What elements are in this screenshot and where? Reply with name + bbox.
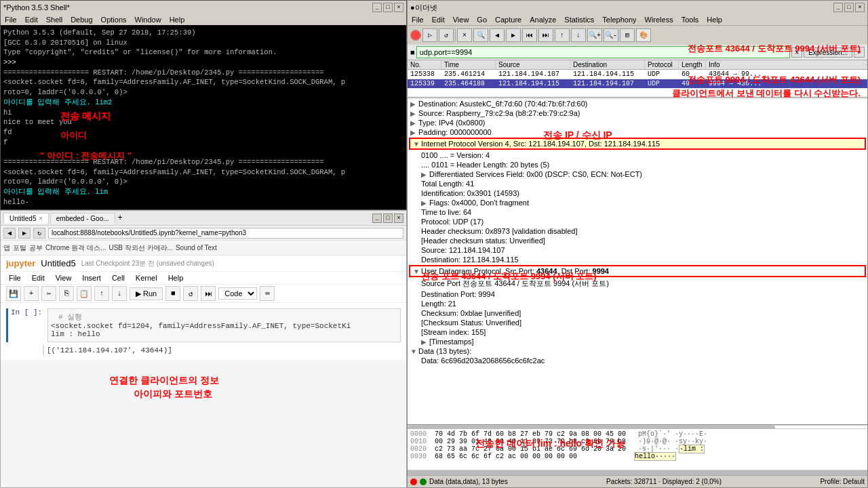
detail-data-hex[interactable]: Data: 6c696d203a2068656c6c6fc2ac bbox=[408, 356, 867, 365]
detail-source-mac[interactable]: ▶ Source: Raspberry_79:c2:9a (b8:27:eb:7… bbox=[408, 108, 867, 118]
bookmark-apps[interactable]: 앱 bbox=[3, 243, 10, 253]
bookmark-portal[interactable]: 포털 bbox=[13, 243, 26, 253]
ws-menu-file[interactable]: File bbox=[410, 15, 425, 24]
browser-maximize[interactable]: □ bbox=[383, 214, 393, 223]
ws-menu-view[interactable]: View bbox=[452, 15, 471, 24]
jmenu-insert[interactable]: Insert bbox=[79, 273, 104, 283]
detail-dst-port[interactable]: Destination Port: 9994 bbox=[408, 289, 867, 299]
ws-tb-13[interactable]: ⊞ bbox=[620, 28, 635, 42]
detail-data-section[interactable]: ▼ Data (13 bytes): bbox=[408, 346, 867, 356]
jmenu-edit[interactable]: Edit bbox=[29, 273, 47, 283]
menu-edit[interactable]: Edit bbox=[24, 15, 39, 24]
menu-shell[interactable]: Shell bbox=[45, 15, 64, 24]
detail-length[interactable]: Length: 21 bbox=[408, 299, 867, 308]
ws-menu-statistics[interactable]: Statistics bbox=[563, 15, 595, 24]
detail-udp-checksum-status[interactable]: [Checksum Status: Unverified] bbox=[408, 318, 867, 327]
run-button[interactable]: ▶ Run bbox=[130, 287, 163, 300]
detail-timestamps[interactable]: ▶ [Timestamps] bbox=[408, 337, 867, 346]
detail-protocol[interactable]: Protocol: UDP (17) bbox=[408, 217, 867, 226]
ws-minimize[interactable]: _ bbox=[833, 3, 843, 12]
filter-input[interactable] bbox=[416, 46, 791, 58]
keyboard-btn[interactable]: ⌨ bbox=[260, 286, 275, 301]
ws-menu-telephony[interactable]: Telephony bbox=[601, 15, 637, 24]
ws-tb-1[interactable]: ▷ bbox=[422, 28, 437, 42]
detail-udp-header[interactable]: ▼ User Datagram Protocol, Src Port: 4364… bbox=[410, 266, 865, 276]
forward-button[interactable]: ▶ bbox=[18, 228, 31, 239]
menu-window[interactable]: Window bbox=[134, 15, 163, 24]
detail-src-ip[interactable]: Source: 121.184.194.107 bbox=[408, 245, 867, 255]
jmenu-cell[interactable]: Cell bbox=[109, 273, 127, 283]
detail-destination[interactable]: ▶ Destination: AsustekC_6f:7d:60 (70:4d:… bbox=[408, 99, 867, 108]
jmenu-help[interactable]: Help bbox=[165, 273, 186, 283]
jmenu-view[interactable]: View bbox=[53, 273, 75, 283]
detail-dsfield[interactable]: ▶ Differentiated Services Field: 0x00 (D… bbox=[408, 169, 867, 179]
hex-horizontal-scroll[interactable] bbox=[408, 470, 867, 475]
bookmark-usb[interactable]: USB 작외선 카메라... bbox=[108, 243, 172, 253]
new-tab-button[interactable]: + bbox=[118, 214, 123, 223]
ws-menu-tools[interactable]: Tools bbox=[680, 15, 701, 24]
menu-debug[interactable]: Debug bbox=[69, 15, 94, 24]
detail-type[interactable]: ▶ Type: IPv4 (0x0800) bbox=[408, 118, 867, 127]
jupyter-tab-1[interactable]: Untitled5 × bbox=[3, 213, 49, 224]
ws-tb-3[interactable]: × bbox=[457, 28, 472, 42]
detail-udp-checksum[interactable]: Checksum: 0xblae [unverified] bbox=[408, 308, 867, 318]
detail-total-len[interactable]: Total Length: 41 bbox=[408, 179, 867, 188]
detail-checksum-status[interactable]: [Header checksum status: Unverified] bbox=[408, 236, 867, 245]
filter-clear-btn[interactable]: × bbox=[791, 47, 802, 58]
ws-tb-9[interactable]: ↑ bbox=[555, 28, 570, 42]
ws-menu-go[interactable]: Go bbox=[475, 15, 488, 24]
detail-ident[interactable]: Identification: 0x3901 (14593) bbox=[408, 188, 867, 198]
detail-checksum[interactable]: Header checksum: 0x8973 [validation disa… bbox=[408, 226, 867, 236]
restart-run-btn[interactable]: ⏭ bbox=[201, 286, 216, 301]
paste-btn[interactable]: 📋 bbox=[77, 286, 92, 301]
browser-close[interactable]: × bbox=[394, 214, 403, 223]
detail-ttl[interactable]: Time to live: 64 bbox=[408, 207, 867, 217]
ws-menu-capture[interactable]: Capture bbox=[494, 15, 523, 24]
detail-padding[interactable]: ▶ Padding: 0000000000 bbox=[408, 127, 867, 137]
maximize-button[interactable]: □ bbox=[383, 3, 393, 12]
packet-row-2[interactable]: 125339 235.464188 121.184.194.115 121.18… bbox=[408, 79, 867, 89]
bookmark-chrome[interactable]: Chrome 원격 데스... bbox=[45, 243, 106, 253]
bookmark-study[interactable]: 공부 bbox=[29, 243, 43, 253]
menu-help[interactable]: Help bbox=[168, 15, 186, 24]
url-bar[interactable] bbox=[48, 228, 403, 239]
ws-menu-edit[interactable]: Edit bbox=[431, 15, 446, 24]
close-button[interactable]: × bbox=[394, 3, 403, 12]
add-filter-btn[interactable]: + bbox=[854, 47, 865, 58]
ws-tb-6[interactable]: ▶ bbox=[506, 28, 521, 42]
ws-tb-7[interactable]: ⏮ bbox=[522, 28, 537, 42]
ws-color-btn[interactable]: 🎨 bbox=[636, 28, 651, 42]
ws-maximize[interactable]: □ bbox=[844, 3, 854, 12]
detail-ip-hlen[interactable]: .... 0101 = Header Length: 20 bytes (5) bbox=[408, 160, 867, 169]
ws-tb-5[interactable]: ◀ bbox=[490, 28, 505, 42]
stop-btn[interactable]: ■ bbox=[165, 286, 180, 301]
ws-tb-10[interactable]: ↓ bbox=[571, 28, 586, 42]
detail-flags[interactable]: ▶ Flags: 0x4000, Don't fragment bbox=[408, 198, 867, 207]
move-up-btn[interactable]: ↑ bbox=[94, 286, 109, 301]
ws-tb-12[interactable]: 🔍- bbox=[604, 28, 618, 42]
browser-minimize[interactable]: _ bbox=[372, 214, 382, 223]
detail-src-port[interactable]: Source Port 전송포트 43644 / 도착포트 9994 (서버 포… bbox=[408, 278, 867, 289]
copy-btn[interactable]: ⎘ bbox=[59, 286, 74, 301]
cell-type-select[interactable]: Code bbox=[218, 287, 257, 300]
menu-file[interactable]: File bbox=[3, 15, 18, 24]
restart-btn[interactable]: ↺ bbox=[183, 286, 198, 301]
save-toolbar-btn[interactable]: 💾 bbox=[6, 286, 21, 301]
ws-tb-4[interactable]: 🔍 bbox=[473, 28, 488, 42]
minimize-button[interactable]: _ bbox=[372, 3, 382, 12]
jmenu-kernel[interactable]: Kernel bbox=[133, 273, 160, 283]
ws-tb-11[interactable]: 🔍+ bbox=[587, 28, 602, 42]
cell-code-area[interactable]: # 실행 <socket.socket fd=1204, family=Addr… bbox=[47, 308, 401, 342]
ws-menu-analyze[interactable]: Analyze bbox=[528, 15, 557, 24]
add-cell-btn[interactable]: + bbox=[24, 286, 39, 301]
ws-menu-help[interactable]: Help bbox=[705, 15, 724, 24]
ws-tb-2[interactable]: ↺ bbox=[439, 28, 454, 42]
stop-capture-btn[interactable] bbox=[410, 30, 421, 41]
ws-menu-wireless[interactable]: Wireless bbox=[644, 15, 675, 24]
cut-btn[interactable]: ✂ bbox=[41, 286, 56, 301]
move-down-btn[interactable]: ↓ bbox=[112, 286, 127, 301]
ws-tb-8[interactable]: ⏭ bbox=[538, 28, 553, 42]
detail-stream-index[interactable]: [Stream index: 155] bbox=[408, 327, 867, 337]
bookmark-sound[interactable]: Sound of Text bbox=[176, 244, 217, 251]
ws-close[interactable]: × bbox=[855, 3, 865, 12]
